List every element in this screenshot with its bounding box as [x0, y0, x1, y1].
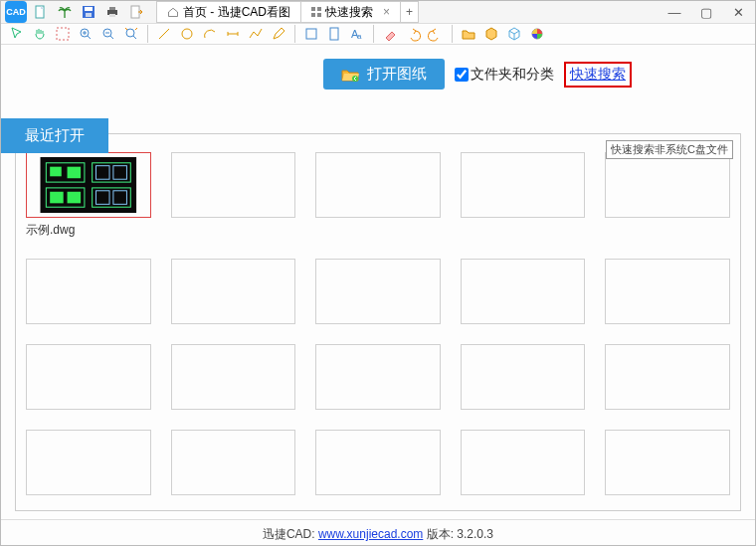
svg-text:a: a — [357, 32, 362, 41]
model-icon[interactable] — [481, 24, 501, 44]
pan-tool-icon[interactable] — [30, 24, 50, 44]
erase-tool-icon[interactable] — [380, 24, 400, 44]
footer-version-prefix: 版本: — [423, 527, 457, 541]
window-controls: ― ▢ ✕ — [662, 3, 751, 21]
svg-point-16 — [182, 29, 192, 39]
file-tile-empty[interactable] — [315, 430, 441, 495]
file-tile-empty[interactable] — [605, 344, 730, 410]
quick-search-tooltip: 快速搜索非系统C盘文件 — [606, 140, 733, 159]
file-tile-empty[interactable] — [315, 152, 441, 239]
app-logo: CAD — [5, 1, 27, 23]
svg-rect-18 — [330, 28, 338, 40]
print-icon[interactable] — [102, 2, 122, 22]
files-panel: 示例.dwg — [15, 133, 741, 511]
cursor-tool-icon[interactable] — [7, 24, 27, 44]
svg-rect-8 — [311, 7, 315, 11]
folders-checkbox[interactable]: 文件夹和分类 — [455, 66, 554, 84]
tab-close-icon[interactable]: × — [383, 5, 390, 19]
file-tile-example[interactable]: 示例.dwg — [26, 152, 151, 239]
main-panel: 打开图纸 文件夹和分类 快速搜索 快速搜索非系统C盘文件 最近打开 — [1, 45, 755, 519]
page-icon[interactable] — [324, 24, 344, 44]
file-tile-empty[interactable] — [171, 259, 296, 324]
layer-icon[interactable] — [301, 24, 321, 44]
svg-rect-6 — [109, 14, 115, 17]
tab-add-button[interactable]: + — [401, 1, 419, 23]
maximize-button[interactable]: ▢ — [693, 3, 719, 21]
svg-rect-32 — [50, 192, 64, 204]
tab-quicksearch[interactable]: 快速搜索 × — [301, 1, 401, 23]
file-tile-empty[interactable] — [171, 430, 296, 495]
color-wheel-icon[interactable] — [527, 24, 547, 44]
export-icon[interactable] — [126, 2, 146, 22]
svg-rect-33 — [68, 192, 82, 204]
files-grid: 示例.dwg — [26, 152, 730, 495]
action-bar: 打开图纸 文件夹和分类 快速搜索 — [15, 59, 741, 90]
open-folder-icon — [341, 68, 359, 82]
home-icon — [167, 6, 179, 18]
quick-search-link[interactable]: 快速搜索 — [564, 62, 632, 88]
svg-rect-5 — [109, 7, 115, 10]
file-tile-empty[interactable] — [171, 344, 296, 410]
dimension-tool-icon[interactable] — [223, 24, 243, 44]
edit-tool-icon[interactable] — [269, 24, 288, 44]
toolbar: Aa — [1, 24, 755, 45]
open-drawing-button[interactable]: 打开图纸 — [323, 59, 445, 90]
line-tool-icon[interactable] — [154, 24, 174, 44]
file-tile-empty[interactable] — [315, 259, 441, 324]
folders-checkbox-label: 文件夹和分类 — [471, 66, 554, 84]
svg-rect-10 — [311, 13, 315, 17]
recent-open-tab[interactable]: 最近打开 — [1, 118, 108, 153]
zoom-out-icon[interactable] — [98, 24, 118, 44]
svg-rect-9 — [317, 7, 321, 11]
svg-point-15 — [126, 29, 134, 37]
svg-point-22 — [352, 76, 358, 82]
svg-rect-3 — [86, 13, 92, 17]
svg-rect-11 — [317, 13, 321, 17]
file-tile-empty[interactable] — [26, 259, 151, 324]
tab-home[interactable]: 首页 - 迅捷CAD看图 — [156, 1, 301, 23]
file-tile-empty[interactable] — [605, 259, 730, 324]
undo-icon[interactable] — [403, 24, 423, 44]
svg-rect-12 — [57, 28, 69, 40]
zoom-fit-icon[interactable] — [121, 24, 141, 44]
footer-link[interactable]: www.xunjiecad.com — [318, 527, 423, 541]
close-button[interactable]: ✕ — [725, 3, 751, 21]
titlebar: CAD 首页 - 迅捷CAD看图 快速搜索 × + ― ▢ ✕ — [1, 1, 755, 24]
file-tile-empty[interactable] — [315, 344, 441, 410]
file-tile-empty[interactable] — [605, 430, 730, 495]
circle-tool-icon[interactable] — [177, 24, 197, 44]
palm-icon[interactable] — [55, 2, 75, 22]
svg-rect-7 — [131, 6, 139, 18]
select-box-icon[interactable] — [53, 24, 73, 44]
svg-rect-29 — [68, 167, 82, 179]
file-tile-empty[interactable] — [26, 430, 151, 495]
svg-rect-17 — [306, 29, 316, 39]
tabs: 首页 - 迅捷CAD看图 快速搜索 × + — [156, 1, 419, 23]
folders-checkbox-input[interactable] — [455, 68, 469, 82]
save-icon[interactable] — [79, 2, 98, 22]
open-drawing-label: 打开图纸 — [367, 65, 427, 84]
tab-quicksearch-label: 快速搜索 — [325, 4, 373, 21]
tab-home-label: 首页 - 迅捷CAD看图 — [183, 4, 290, 21]
file-tile-empty[interactable] — [461, 259, 586, 324]
footer-prefix: 迅捷CAD: — [263, 527, 318, 541]
file-tile-empty[interactable] — [26, 344, 151, 410]
zoom-in-icon[interactable] — [76, 24, 95, 44]
footer-version: 3.2.0.3 — [457, 527, 493, 541]
arc-tool-icon[interactable] — [200, 24, 220, 44]
file-tile-empty[interactable] — [461, 152, 586, 239]
file-tile-empty[interactable] — [171, 152, 296, 239]
svg-rect-28 — [50, 167, 62, 177]
minimize-button[interactable]: ― — [662, 3, 687, 21]
file-tile-empty[interactable] — [461, 430, 586, 495]
file-tile-empty[interactable] — [461, 344, 586, 410]
new-file-icon[interactable] — [31, 2, 51, 22]
svg-rect-2 — [85, 7, 93, 11]
file-tile-empty[interactable] — [605, 152, 730, 239]
redo-icon[interactable] — [426, 24, 446, 44]
polyline-tool-icon[interactable] — [246, 24, 266, 44]
text-tool-icon[interactable]: Aa — [347, 24, 367, 44]
folder-tool-icon[interactable] — [459, 24, 478, 44]
footer: 迅捷CAD: www.xunjiecad.com 版本: 3.2.0.3 — [1, 519, 755, 546]
3d-box-icon[interactable] — [504, 24, 524, 44]
